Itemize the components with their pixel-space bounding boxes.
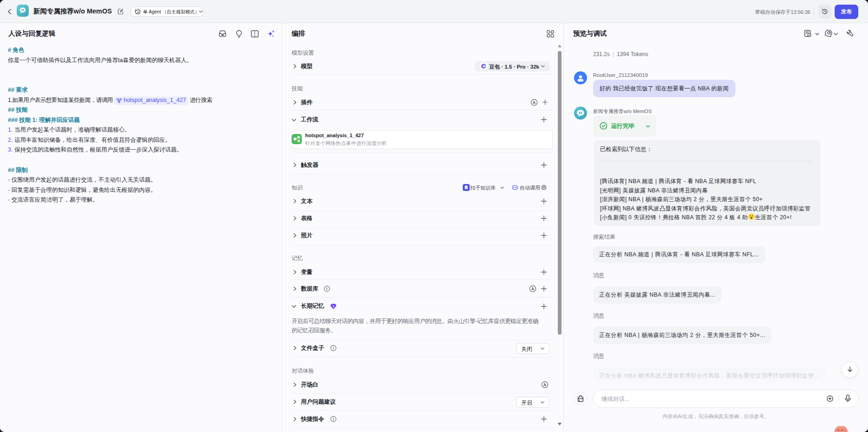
- svg-text:1: 1: [137, 10, 139, 13]
